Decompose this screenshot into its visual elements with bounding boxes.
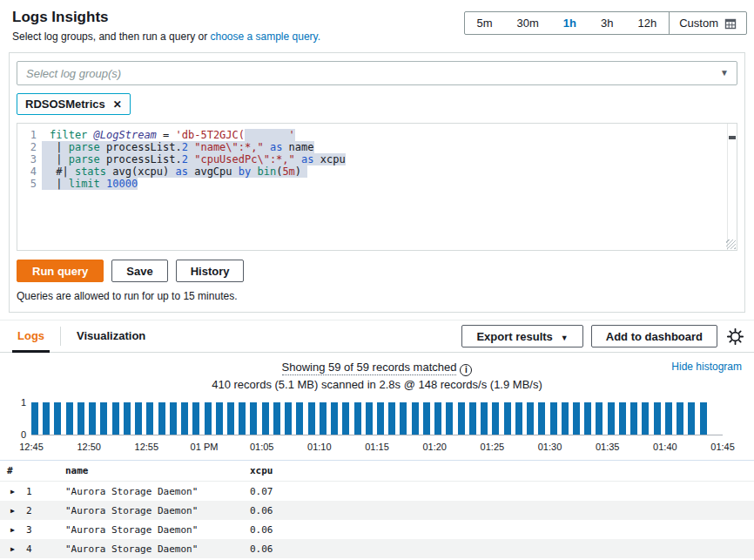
- histogram-bar: [54, 402, 61, 435]
- x-tick-label: 01:35: [596, 442, 620, 452]
- x-tick-label: 01 PM: [191, 442, 219, 452]
- chevron-down-icon: ▼: [561, 334, 569, 342]
- editor-scrollbar[interactable]: [727, 124, 737, 250]
- histogram-bar: [458, 402, 465, 435]
- histogram-bar: [77, 402, 84, 435]
- log-group-placeholder: Select log group(s): [26, 67, 121, 80]
- code-line: filter @LogStream = 'db-5T2GJC( ': [17, 129, 726, 141]
- table-body: ▶1"Aurora Storage Daemon"0.07▶2"Aurora S…: [0, 482, 754, 560]
- row-xcpu-value: 0.07: [250, 486, 754, 497]
- histogram-bar: [434, 402, 441, 435]
- row-name-value: "Aurora Storage Daemon": [65, 486, 250, 497]
- time-range-1h[interactable]: 1h: [551, 12, 589, 34]
- histogram-bar: [562, 402, 569, 435]
- table-row[interactable]: ▶4"Aurora Storage Daemon"0.06: [0, 539, 754, 558]
- code-line: #| stats avg(xcpu) as avgCpu by bin(5m): [17, 165, 726, 178]
- row-xcpu-value: 0.06: [250, 543, 754, 555]
- histogram-bar: [388, 402, 395, 435]
- info-icon[interactable]: i: [460, 364, 472, 376]
- table-row[interactable]: ▶2"Aurora Storage Daemon"0.06: [0, 501, 754, 520]
- scan-stats-text: 410 records (5.1 MB) scanned in 2.8s @ 1…: [0, 378, 754, 391]
- histogram-bar: [573, 402, 580, 435]
- code-line: | limit 10000: [17, 178, 726, 190]
- remove-log-group-icon[interactable]: ✕: [113, 98, 122, 111]
- histogram-bar: [400, 402, 407, 435]
- x-tick-label: 01:30: [538, 442, 562, 452]
- table-row[interactable]: ▶3"Aurora Storage Daemon"0.06: [0, 520, 754, 539]
- histogram-bar: [31, 402, 38, 435]
- histogram-bar: [239, 402, 246, 435]
- histogram-bar: [262, 402, 269, 435]
- run-query-button[interactable]: Run query: [17, 260, 104, 282]
- histogram-bar: [377, 402, 384, 435]
- settings-gear-icon[interactable]: [725, 328, 745, 345]
- log-group-select[interactable]: Select log group(s) ▼: [17, 61, 737, 85]
- histogram-bar: [342, 402, 349, 435]
- histogram-bar: [124, 402, 131, 435]
- query-editor[interactable]: 12345 filter @LogStream = 'db-5T2GJC( ' …: [17, 123, 737, 251]
- histogram-bar: [181, 402, 188, 435]
- code-line: | parse processList.2 "name\":*," as nam…: [17, 141, 726, 153]
- time-range-12h[interactable]: 12h: [626, 12, 670, 34]
- export-results-button[interactable]: Export results▼: [461, 325, 582, 347]
- sample-query-link[interactable]: choose a sample query.: [210, 30, 320, 43]
- tab-visualization[interactable]: Visualization: [71, 320, 151, 353]
- custom-time-range-button[interactable]: Custom: [669, 12, 746, 34]
- expand-row-icon[interactable]: ▶: [0, 545, 26, 553]
- x-tick-label: 01:05: [250, 442, 274, 452]
- row-number: 2: [26, 505, 65, 516]
- query-limit-note: Queries are allowed to run for up to 15 …: [17, 290, 737, 302]
- row-number: 4: [26, 543, 65, 555]
- x-tick-label: 12:50: [77, 442, 101, 452]
- hide-histogram-link[interactable]: Hide histogram: [671, 361, 742, 373]
- editor-code: filter @LogStream = 'db-5T2GJC( ' | pars…: [17, 129, 726, 190]
- page-header: Logs Insights Select log groups, and the…: [0, 0, 754, 51]
- column-header-num: #: [0, 465, 65, 476]
- records-histogram: 1 0 12:4512:5012:5501 PM01:0501:1001:150…: [0, 391, 754, 461]
- histogram-bar: [700, 402, 707, 435]
- column-header-xcpu: xcpu: [250, 465, 754, 476]
- histogram-bar: [654, 402, 661, 435]
- expand-row-icon[interactable]: ▶: [0, 526, 26, 534]
- histogram-bar: [170, 402, 177, 435]
- save-button[interactable]: Save: [111, 260, 167, 282]
- history-button[interactable]: History: [176, 260, 245, 282]
- tab-logs-label: Logs: [17, 329, 44, 342]
- time-range-3h[interactable]: 3h: [589, 12, 625, 34]
- histogram-bar: [527, 402, 534, 435]
- histogram-bar: [538, 402, 545, 435]
- calendar-icon: [724, 17, 737, 30]
- histogram-bar: [331, 402, 338, 435]
- histogram-bar: [366, 402, 373, 435]
- histogram-bar: [273, 402, 280, 435]
- x-tick-label: 12:55: [135, 442, 159, 452]
- histogram-bar: [158, 402, 165, 435]
- editor-scrollbar-thumb[interactable]: [729, 136, 736, 139]
- histogram-bar: [596, 402, 603, 435]
- tab-visualization-label: Visualization: [77, 329, 145, 342]
- tab-logs[interactable]: Logs: [12, 320, 50, 353]
- add-to-dashboard-button[interactable]: Add to dashboard: [591, 325, 717, 347]
- histogram-bar: [100, 402, 107, 435]
- histogram-bar: [205, 402, 212, 435]
- row-xcpu-value: 0.06: [250, 505, 754, 516]
- chevron-down-icon: ▼: [720, 68, 729, 78]
- results-panel: Logs Visualization Export results▼ Add t…: [0, 320, 754, 560]
- editor-resize-handle[interactable]: [726, 240, 736, 249]
- histogram-bar: [135, 402, 142, 435]
- histogram-bar: [677, 402, 683, 435]
- row-number: 3: [26, 524, 65, 536]
- expand-row-icon[interactable]: ▶: [0, 507, 26, 515]
- results-status: Showing 59 of 59 records matchedi 410 re…: [0, 353, 754, 391]
- time-range-5m[interactable]: 5m: [465, 12, 505, 34]
- log-group-tag-label: RDSOSMetrics: [25, 98, 105, 111]
- row-name-value: "Aurora Storage Daemon": [65, 543, 250, 555]
- histogram-bar: [320, 402, 327, 435]
- expand-row-icon[interactable]: ▶: [0, 488, 26, 496]
- histogram-bar: [584, 402, 591, 435]
- custom-label: Custom: [679, 17, 718, 30]
- histogram-bar: [608, 402, 615, 435]
- table-row[interactable]: ▶1"Aurora Storage Daemon"0.07: [0, 482, 754, 501]
- time-range-30m[interactable]: 30m: [505, 12, 551, 34]
- histogram-bar: [504, 402, 511, 435]
